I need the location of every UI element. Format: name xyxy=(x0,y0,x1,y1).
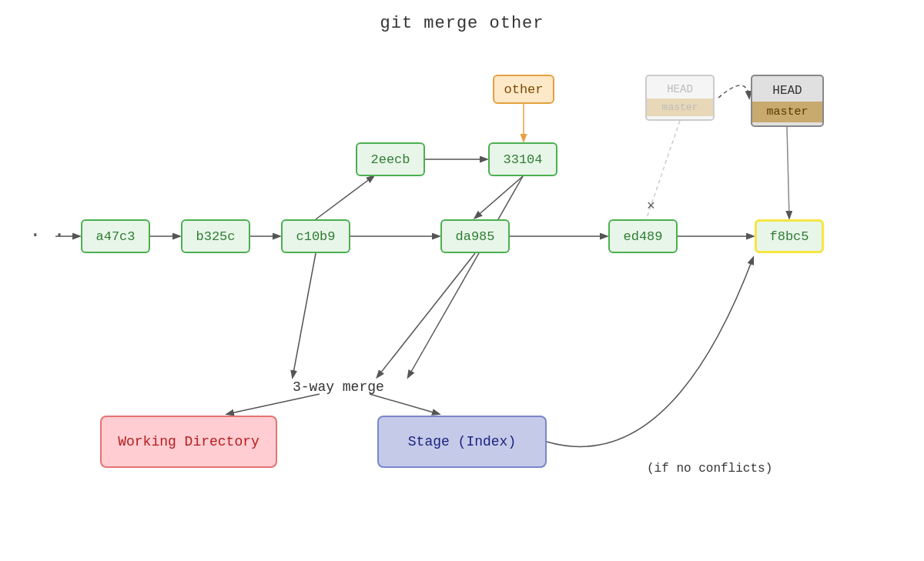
working-directory-box: Working Directory xyxy=(100,416,277,468)
svg-line-16 xyxy=(370,394,439,414)
commit-2eecb: 2eecb xyxy=(356,142,425,176)
commit-ed489: ed489 xyxy=(608,219,678,253)
other-branch-node: other xyxy=(493,75,554,104)
svg-line-12 xyxy=(293,253,316,377)
svg-line-6 xyxy=(316,176,373,219)
head-text: HEAD xyxy=(752,80,822,102)
commit-b325c: b325c xyxy=(181,219,250,253)
ghost-master-text: master xyxy=(647,99,713,116)
commit-f8bc5: f8bc5 xyxy=(755,219,824,253)
head-master-label: HEAD master xyxy=(751,75,824,127)
svg-line-8 xyxy=(475,176,523,218)
merge-label: 3-way merge xyxy=(293,379,384,395)
svg-line-15 xyxy=(227,394,320,414)
ghost-head-master-label: HEAD master xyxy=(645,75,715,121)
commit-c10b9: c10b9 xyxy=(281,219,350,253)
diagram-title: git merge other xyxy=(380,14,544,33)
ghost-head-text: HEAD xyxy=(647,80,713,99)
svg-line-14 xyxy=(408,176,523,377)
commit-33104: 33104 xyxy=(488,142,557,176)
conflict-cross-mark: × xyxy=(647,199,655,214)
master-text: master xyxy=(752,102,822,122)
svg-line-11 xyxy=(787,127,789,218)
stage-index-box: Stage (Index) xyxy=(377,416,547,468)
commit-da985: da985 xyxy=(440,219,510,253)
svg-line-13 xyxy=(377,253,475,377)
no-conflicts-label: (if no conflicts) xyxy=(647,462,772,476)
commit-a47c3: a47c3 xyxy=(81,219,150,253)
